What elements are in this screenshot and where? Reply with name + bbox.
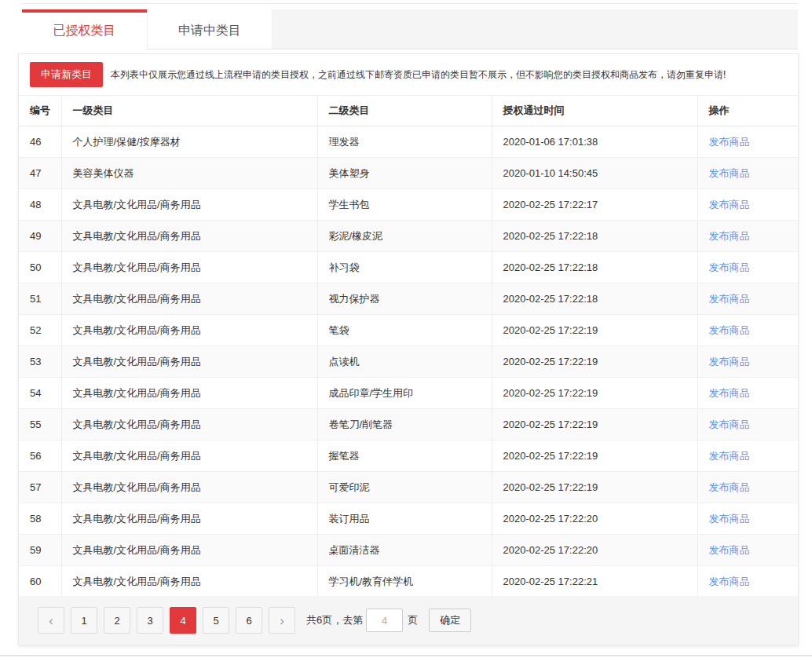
total-pages-text: 共6页，去第	[306, 613, 363, 627]
table-row: 49文具电教/文化用品/商务用品彩泥/橡皮泥2020-02-25 17:22:1…	[19, 221, 798, 252]
level1-category: 文具电教/文化用品/商务用品	[61, 252, 317, 283]
content-panel: 申请新类目 本列表中仅展示您通过线上流程申请的类目授权，之前通过线下邮寄资质已申…	[18, 53, 799, 645]
level2-category: 视力保护器	[317, 283, 492, 315]
level1-category: 文具电教/文化用品/商务用品	[61, 535, 317, 566]
level2-category: 学习机/教育伴学机	[317, 566, 492, 598]
column-header-level1: 一级类目	[61, 96, 317, 126]
authorized-time: 2020-02-25 17:22:17	[492, 189, 697, 221]
tab-applying-categories[interactable]: 申请中类目	[147, 9, 272, 49]
table-row: 59文具电教/文化用品/商务用品桌面清洁器2020-02-25 17:22:20…	[19, 535, 798, 566]
publish-product-link[interactable]: 发布商品	[709, 576, 750, 587]
action-cell: 发布商品	[697, 378, 798, 409]
level1-category: 文具电教/文化用品/商务用品	[61, 189, 317, 221]
row-id: 47	[19, 158, 61, 189]
action-cell: 发布商品	[697, 440, 798, 472]
action-cell: 发布商品	[697, 503, 798, 535]
row-id: 60	[19, 566, 61, 598]
level1-category: 文具电教/文化用品/商务用品	[61, 503, 317, 535]
authorized-time: 2020-02-25 17:22:20	[492, 503, 697, 535]
publish-product-link[interactable]: 发布商品	[709, 293, 750, 305]
page-button-6[interactable]: 6	[236, 607, 262, 634]
level1-category: 美容美体仪器	[61, 158, 317, 189]
table-row: 52文具电教/文化用品/商务用品笔袋2020-02-25 17:22:19发布商…	[19, 315, 798, 346]
table-row: 56文具电教/文化用品/商务用品握笔器2020-02-25 17:22:19发布…	[19, 440, 798, 472]
level2-category: 笔袋	[317, 315, 492, 346]
level2-category: 点读机	[317, 346, 492, 378]
authorized-time: 2020-02-25 17:22:19	[492, 409, 697, 440]
column-header-level2: 二级类目	[317, 96, 492, 126]
row-id: 50	[19, 252, 61, 283]
tab-authorized-categories[interactable]: 已授权类目	[22, 9, 147, 49]
level2-category: 卷笔刀/削笔器	[317, 409, 492, 440]
prev-page-button[interactable]: ‹	[38, 607, 64, 634]
chevron-right-icon: ›	[280, 614, 284, 627]
table-row: 51文具电教/文化用品/商务用品视力保护器2020-02-25 17:22:18…	[19, 283, 798, 315]
level2-category: 成品印章/学生用印	[317, 378, 492, 409]
level1-category: 文具电教/文化用品/商务用品	[61, 283, 317, 315]
publish-product-link[interactable]: 发布商品	[709, 481, 750, 493]
publish-product-link[interactable]: 发布商品	[709, 199, 750, 210]
page-button-3[interactable]: 3	[137, 607, 163, 634]
page-button-4[interactable]: 4	[170, 607, 196, 634]
publish-product-link[interactable]: 发布商品	[709, 356, 750, 367]
authorized-time: 2020-02-25 17:22:20	[492, 535, 697, 566]
publish-product-link[interactable]: 发布商品	[709, 230, 750, 242]
level1-category: 文具电教/文化用品/商务用品	[61, 378, 317, 409]
level2-category: 学生书包	[317, 189, 492, 221]
goto-page-input[interactable]	[366, 609, 403, 632]
row-id: 48	[19, 189, 61, 221]
level1-category: 文具电教/文化用品/商务用品	[61, 409, 317, 440]
row-id: 52	[19, 315, 61, 346]
row-id: 51	[19, 283, 61, 315]
table-row: 58文具电教/文化用品/商务用品装订用品2020-02-25 17:22:20发…	[19, 503, 798, 535]
row-id: 58	[19, 503, 61, 535]
publish-product-link[interactable]: 发布商品	[709, 387, 750, 399]
page-button-5[interactable]: 5	[203, 607, 229, 634]
publish-product-link[interactable]: 发布商品	[709, 450, 750, 462]
level2-category: 理发器	[317, 126, 492, 158]
action-cell: 发布商品	[697, 566, 798, 598]
level2-category: 握笔器	[317, 440, 492, 472]
pagination-bar: ‹ 123456 › 共6页，去第 页 确定	[19, 596, 798, 645]
level1-category: 个人护理/保健/按摩器材	[61, 126, 317, 158]
publish-product-link[interactable]: 发布商品	[709, 167, 750, 179]
authorized-time: 2020-02-25 17:22:19	[492, 346, 697, 378]
level2-category: 可爱印泥	[317, 472, 492, 503]
level1-category: 文具电教/文化用品/商务用品	[61, 440, 317, 472]
page-button-2[interactable]: 2	[104, 607, 130, 634]
authorized-time: 2020-02-25 17:22:18	[492, 283, 697, 315]
tab-label: 申请中类目	[178, 23, 241, 39]
column-header-time: 授权通过时间	[492, 96, 697, 126]
authorized-time: 2020-02-25 17:22:18	[492, 221, 697, 252]
page-buttons: 123456	[71, 607, 269, 634]
publish-product-link[interactable]: 发布商品	[709, 419, 750, 430]
toolbar: 申请新类目 本列表中仅展示您通过线上流程申请的类目授权，之前通过线下邮寄资质已申…	[19, 54, 798, 95]
publish-product-link[interactable]: 发布商品	[709, 136, 750, 148]
confirm-button[interactable]: 确定	[429, 609, 471, 632]
next-page-button[interactable]: ›	[269, 607, 295, 634]
action-cell: 发布商品	[697, 409, 798, 440]
table-row: 50文具电教/文化用品/商务用品补习袋2020-02-25 17:22:18发布…	[19, 252, 798, 283]
tab-bar: 已授权类目 申请中类目	[22, 9, 798, 49]
notice-text: 本列表中仅展示您通过线上流程申请的类目授权，之前通过线下邮寄资质已申请的类目暂不…	[111, 68, 726, 82]
publish-product-link[interactable]: 发布商品	[709, 544, 750, 556]
level2-category: 美体塑身	[317, 158, 492, 189]
authorized-categories-table: 编号 一级类目 二级类目 授权通过时间 操作 46个人护理/保健/按摩器材理发器…	[19, 95, 798, 598]
publish-product-link[interactable]: 发布商品	[709, 513, 750, 525]
action-cell: 发布商品	[697, 158, 798, 189]
bottom-divider	[0, 655, 812, 656]
level1-category: 文具电教/文化用品/商务用品	[61, 472, 317, 503]
action-cell: 发布商品	[697, 221, 798, 252]
row-id: 55	[19, 409, 61, 440]
publish-product-link[interactable]: 发布商品	[709, 261, 750, 273]
publish-product-link[interactable]: 发布商品	[709, 324, 750, 336]
chevron-left-icon: ‹	[49, 614, 53, 627]
action-cell: 发布商品	[697, 189, 798, 221]
page-button-1[interactable]: 1	[71, 607, 97, 634]
apply-new-category-button[interactable]: 申请新类目	[30, 62, 103, 87]
top-divider	[22, 3, 798, 4]
tab-bar-filler	[272, 9, 798, 49]
action-cell: 发布商品	[697, 315, 798, 346]
level2-category: 补习袋	[317, 252, 492, 283]
level2-category: 装订用品	[317, 503, 492, 535]
